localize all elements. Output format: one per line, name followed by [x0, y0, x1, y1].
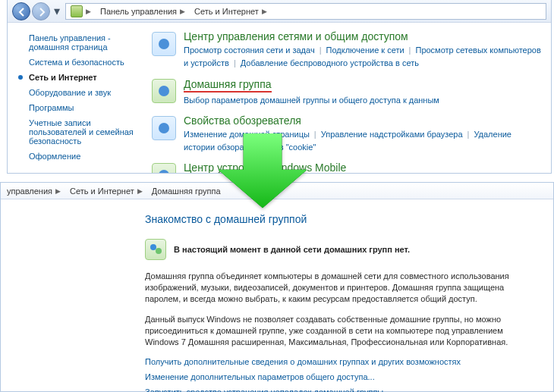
description-paragraph: Домашняя группа объединяет компьютеры в …	[145, 271, 530, 305]
control-panel-icon	[71, 5, 83, 17]
breadcrumb-label: Домашняя группа	[152, 187, 221, 196]
sidebar-item[interactable]: Оборудование и звук	[8, 85, 152, 100]
category-section: Домашняя группаВыбор параметров домашней…	[152, 77, 543, 107]
category-section: Центр устройств Windows MobileИзменить н…	[152, 162, 543, 173]
category-links: Выбор параметров домашней группы и общег…	[184, 94, 543, 107]
sidebar-item[interactable]: Сеть и Интернет	[8, 70, 152, 85]
breadcrumb-seg[interactable]: Домашняя группа	[147, 187, 225, 196]
separator: |	[467, 130, 470, 139]
svg-point-2	[159, 123, 169, 133]
svg-point-3	[159, 170, 169, 173]
status-text: В настоящий момент в данной сети домашни…	[174, 245, 410, 254]
svg-point-5	[156, 248, 162, 254]
nav-forward-button[interactable]	[32, 2, 50, 20]
homegroup-content: Знакомство с домашней группой В настоящи…	[1, 199, 553, 392]
category-icon	[152, 163, 176, 173]
separator: |	[234, 58, 236, 67]
task-link[interactable]: Просмотр состояния сети и задач	[184, 45, 315, 55]
separator: |	[319, 45, 322, 55]
svg-point-4	[150, 244, 156, 250]
description-paragraph: Данный выпуск Windows не позволяет созда…	[145, 314, 530, 348]
breadcrumb-label: управления	[7, 187, 52, 196]
address-seg-network[interactable]: Сеть и Интернет ▶	[190, 4, 272, 19]
svg-point-0	[159, 39, 169, 49]
sidebar-item[interactable]: Программы	[8, 100, 152, 115]
category-section: Свойства обозревателяИзменение домашней …	[152, 114, 543, 154]
breadcrumb-label: Сеть и Интернет	[70, 187, 134, 196]
address-root[interactable]: ▶	[66, 4, 96, 19]
chevron-right-icon: ▶	[55, 187, 61, 195]
address-bar[interactable]: ▶ Панель управления ▶ Сеть и Интернет ▶	[65, 3, 546, 20]
breadcrumb-seg[interactable]: управления ▶	[2, 187, 65, 196]
titlebar: ▾ ▶ Панель управления ▶ Сеть и Интернет …	[8, 0, 551, 23]
sidebar-item[interactable]: Учетные записи пользователей и семейная …	[8, 115, 152, 149]
homegroup-icon	[145, 239, 166, 260]
category-icon	[152, 79, 176, 103]
green-arrow-annotation	[217, 133, 308, 209]
nav-history-dropdown[interactable]: ▾	[52, 2, 62, 20]
action-link[interactable]: Получить дополнительные сведения о домаш…	[145, 357, 530, 366]
category-links: Просмотр состояния сети и задач|Подключе…	[184, 44, 543, 70]
main-panel: Центр управления сетями и общим доступом…	[152, 23, 551, 173]
arrow-left-icon	[17, 7, 27, 17]
chevron-right-icon: ▶	[86, 8, 91, 15]
task-link[interactable]: Выбор параметров домашней группы и общег…	[184, 96, 439, 105]
chevron-right-icon: ▶	[137, 187, 143, 195]
separator: |	[314, 130, 316, 139]
svg-point-1	[159, 86, 169, 96]
category-icon	[152, 116, 176, 140]
arrow-right-icon	[36, 7, 47, 17]
chevron-right-icon: ▶	[180, 8, 185, 15]
category-icon	[152, 32, 176, 56]
sidebar-item[interactable]: Оформление	[8, 149, 152, 164]
chevron-right-icon: ▶	[262, 8, 267, 15]
task-link[interactable]: Управление надстройками браузера	[321, 130, 463, 139]
action-link[interactable]: Запустить средство устранения неполадок …	[145, 387, 530, 392]
homegroup-window: управления ▶ Сеть и Интернет ▶ Домашняя …	[0, 182, 554, 392]
separator: |	[409, 45, 411, 55]
status-row: В настоящий момент в данной сети домашни…	[145, 239, 530, 260]
category-title[interactable]: Домашняя группа	[184, 78, 272, 93]
sidebar-item[interactable]: Панель управления - домашняя страница	[8, 30, 152, 55]
breadcrumb-seg[interactable]: Сеть и Интернет ▶	[65, 187, 147, 196]
page-title: Знакомство с домашней группой	[145, 213, 530, 225]
category-title[interactable]: Свойства обозревателя	[184, 114, 543, 127]
nav-back-button[interactable]	[12, 2, 30, 20]
address-seg-control-panel[interactable]: Панель управления ▶	[96, 4, 190, 19]
category-title[interactable]: Центр управления сетями и общим доступом	[184, 30, 543, 42]
address-seg-label: Сеть и Интернет	[194, 7, 259, 16]
sidebar: Панель управления - домашняя страницаСис…	[8, 23, 152, 173]
task-link[interactable]: Добавление беспроводного устройства в се…	[241, 58, 419, 67]
task-link[interactable]: Подключение к сети	[326, 45, 404, 55]
sidebar-item[interactable]: Система и безопасность	[8, 55, 152, 70]
address-seg-label: Панель управления	[100, 7, 177, 16]
category-section: Центр управления сетями и общим доступом…	[152, 30, 543, 70]
action-link[interactable]: Изменение дополнительных параметров обще…	[145, 372, 530, 381]
arrow-down-icon	[217, 133, 308, 209]
